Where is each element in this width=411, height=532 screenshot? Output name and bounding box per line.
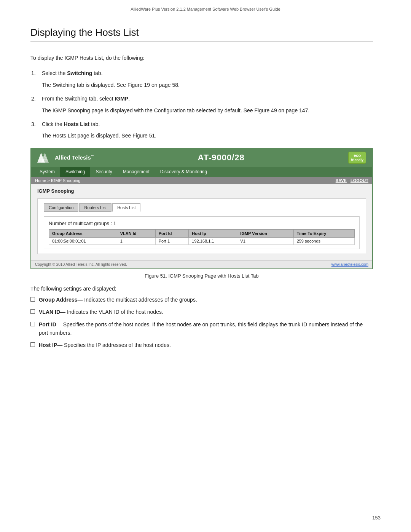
panel-content: IGMP Snooping Configuration Routers List… <box>31 184 372 260</box>
device-header: Allied Telesis™ AT-9000/28 eco friendly <box>31 149 372 167</box>
panel-title: IGMP Snooping <box>37 188 366 194</box>
col-vlan-id: VLAN Id <box>117 229 155 237</box>
bullet-text-4: Host IP— Specifies the IP addresses of t… <box>39 341 373 349</box>
breadcrumb-bar: Home > IGMP Snooping SAVE LOGOUT <box>31 177 372 184</box>
bold-group-address: Group Address <box>39 297 77 303</box>
step-1-text: Select the Switching tab. <box>42 70 103 76</box>
step-2-num: 2. <box>31 94 36 103</box>
step-2-sub: The IGMP Snooping page is displayed with… <box>42 106 373 115</box>
eco-badge: eco friendly <box>348 152 366 164</box>
step-1: 1. Select the Switching tab. The Switchi… <box>42 69 373 89</box>
screenshot-footer: Copyright © 2010 Allied Telesis Inc. All… <box>31 260 372 268</box>
tab-hosts-list[interactable]: Hosts List <box>112 203 140 212</box>
bullet-host-ip: Host IP— Specifies the IP addresses of t… <box>30 341 373 349</box>
nav-security[interactable]: Security <box>90 167 117 177</box>
panel-inner: Configuration Routers List Hosts List Nu… <box>37 198 366 254</box>
multicast-label: Number of multicast groups : <box>49 220 113 226</box>
table-header: Group Address VLAN Id Port Id Host Ip IG… <box>49 229 355 237</box>
cell-port-id: Port 1 <box>155 237 189 244</box>
logo-text: Allied Telesis™ <box>55 154 94 161</box>
step-3: 3. Click the Hosts List tab. The Hosts L… <box>42 120 373 140</box>
tab-configuration[interactable]: Configuration <box>44 203 78 212</box>
allied-telesis-logo-svg <box>37 152 53 163</box>
hosts-table: Group Address VLAN Id Port Id Host Ip IG… <box>49 229 355 245</box>
step-3-text: Click the Hosts List tab. <box>42 121 100 127</box>
device-logo: Allied Telesis™ <box>37 152 94 163</box>
nav-switching[interactable]: Switching <box>60 167 90 177</box>
settings-section: The following settings are displayed: Gr… <box>30 286 373 350</box>
col-igmp-version: IGMP Version <box>237 229 293 237</box>
intro-text: To display the IGMP Hosts List, do the f… <box>30 54 373 62</box>
step-2-text: From the Switching tab, select IGMP. <box>42 96 130 102</box>
bullet-vlan-id: VLAN ID— Indicates the VLAN ID of the ho… <box>30 308 373 316</box>
table-header-row: Group Address VLAN Id Port Id Host Ip IG… <box>49 229 355 237</box>
step-1-bold: Switching <box>67 70 92 76</box>
bullet-group-address: Group Address— Indicates the multicast a… <box>30 296 373 304</box>
tabs-container: Configuration Routers List Hosts List <box>44 203 360 212</box>
cell-vlan-id: 1 <box>117 237 155 244</box>
footer-copyright: Copyright © 2010 Allied Telesis Inc. All… <box>35 262 127 267</box>
step-2-bold: IGMP <box>115 96 128 102</box>
table-body: 01:00:5e:00:01:01 1 Port 1 192.168.1.1 V… <box>49 237 355 244</box>
step-3-sub: The Hosts List page is displayed. See Fi… <box>42 131 373 140</box>
footer-link[interactable]: www.alliedtelesis.com <box>331 262 368 267</box>
step-1-num: 1. <box>31 69 36 77</box>
cell-host-ip: 192.168.1.1 <box>189 237 237 244</box>
device-model: AT-9000/28 <box>198 153 244 163</box>
figure-caption: Figure 51. IGMP Snooping Page with Hosts… <box>30 273 373 279</box>
bullet-port-id: Port ID— Specifies the ports of the host… <box>30 320 373 337</box>
bullet-list: Group Address— Indicates the multicast a… <box>30 296 373 350</box>
bold-vlan-id: VLAN ID <box>39 309 60 315</box>
cell-group-address: 01:00:5e:00:01:01 <box>49 237 117 244</box>
bullet-text-3: Port ID— Specifies the ports of the host… <box>39 320 373 337</box>
page-header: AlliedWare Plus Version 2.1.2 Management… <box>0 0 411 15</box>
bullet-text-1: Group Address— Indicates the multicast a… <box>39 296 373 304</box>
col-host-ip: Host Ip <box>189 229 237 237</box>
figure-screenshot: Allied Telesis™ AT-9000/28 eco friendly … <box>30 148 373 269</box>
breadcrumb-path: Home > IGMP Snooping <box>35 178 80 183</box>
cell-igmp-version: V1 <box>237 237 293 244</box>
step-2: 2. From the Switching tab, select IGMP. … <box>42 94 373 115</box>
cell-time-to-expiry: 259 seconds <box>293 237 354 244</box>
eco-line1: eco <box>351 153 363 158</box>
eco-line2: friendly <box>351 158 363 163</box>
bullet-text-2: VLAN ID— Indicates the VLAN ID of the ho… <box>39 308 373 316</box>
header-title: AlliedWare Plus Version 2.1.2 Management… <box>131 7 280 11</box>
steps-list: 1. Select the Switching tab. The Switchi… <box>42 69 373 140</box>
bullet-icon-2 <box>30 309 35 314</box>
nav-system[interactable]: System <box>34 167 60 177</box>
multicast-number: 1 <box>113 220 116 226</box>
col-port-id: Port Id <box>155 229 189 237</box>
step-3-num: 3. <box>31 120 36 128</box>
nav-bar: System Switching Security Management Dis… <box>31 167 372 177</box>
step-1-sub: The Switching tab is displayed. See Figu… <box>42 81 373 89</box>
save-button[interactable]: SAVE <box>336 178 347 183</box>
breadcrumb-actions: SAVE LOGOUT <box>336 178 368 183</box>
col-group-address: Group Address <box>49 229 117 237</box>
nav-discovery[interactable]: Discovery & Monitoring <box>155 167 212 177</box>
bullet-icon-3 <box>30 322 35 326</box>
step-3-bold: Hosts List <box>64 121 90 127</box>
settings-intro: The following settings are displayed: <box>30 286 373 292</box>
bullet-icon-4 <box>30 342 35 347</box>
page-number: 153 <box>372 515 381 521</box>
logout-button[interactable]: LOGOUT <box>350 178 368 183</box>
table-row: 01:00:5e:00:01:01 1 Port 1 192.168.1.1 V… <box>49 237 355 244</box>
tab-routers-list[interactable]: Routers List <box>79 203 112 212</box>
bullet-icon-1 <box>30 297 35 302</box>
bold-port-id: Port ID <box>39 321 56 328</box>
page-title: Displaying the Hosts List <box>30 27 373 42</box>
multicast-count: Number of multicast groups : 1 <box>49 220 355 226</box>
col-time-to-expiry: Time To Expiry <box>293 229 354 237</box>
bold-host-ip: Host IP <box>39 342 57 348</box>
nav-management[interactable]: Management <box>118 167 155 177</box>
table-area: Number of multicast groups : 1 Group Add… <box>44 216 360 249</box>
